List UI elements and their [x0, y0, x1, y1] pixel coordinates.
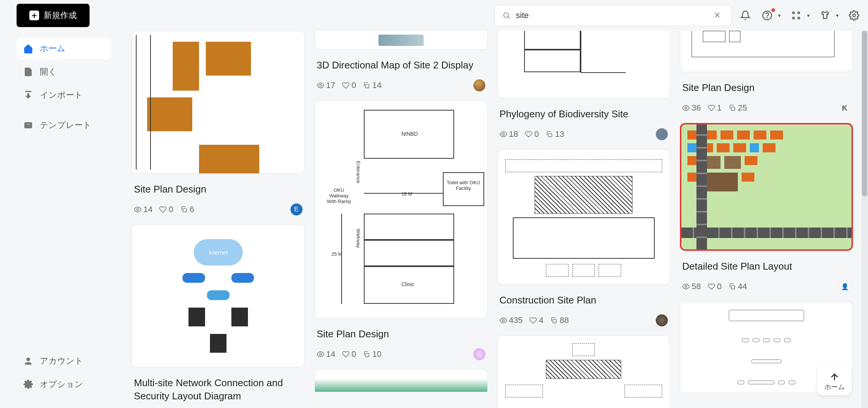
- search-input[interactable]: [511, 11, 711, 20]
- template-card-partial[interactable]: [497, 335, 670, 408]
- template-card-highlighted[interactable]: [680, 123, 853, 251]
- svg-rect-26: [731, 107, 734, 111]
- svg-point-6: [793, 17, 795, 19]
- template-card-partial[interactable]: [497, 31, 670, 99]
- copy-icon: [363, 350, 370, 358]
- svg-point-4: [793, 12, 795, 14]
- template-title: Phylogeny of Biodiversity Site: [497, 102, 670, 122]
- sidebar: ホーム 開く インポート テンプレート アカウント オプション: [0, 31, 128, 408]
- search-box[interactable]: ✕: [494, 5, 731, 26]
- author-avatar[interactable]: [473, 348, 485, 360]
- svg-rect-20: [366, 353, 369, 357]
- shirt-dropdown-caret[interactable]: ▾: [836, 12, 839, 18]
- eye-icon: [317, 82, 324, 89]
- sidebar-item-options[interactable]: オプション: [17, 373, 111, 395]
- author-avatar[interactable]: 👤: [839, 281, 851, 293]
- notifications-icon[interactable]: [739, 9, 752, 22]
- clear-search-button[interactable]: ✕: [711, 9, 724, 22]
- home-icon: [23, 44, 33, 53]
- template-card[interactable]: Internet: [132, 224, 305, 367]
- heart-icon: [708, 104, 715, 112]
- template-title: Site Plan Design: [315, 322, 488, 342]
- template-title: Site Plan Design: [680, 76, 853, 96]
- new-button-label: 新規作成: [44, 10, 77, 21]
- plus-icon: ＋: [29, 11, 39, 20]
- gear-icon: [23, 379, 33, 389]
- svg-point-17: [319, 85, 321, 86]
- search-icon: [502, 11, 511, 20]
- account-icon: [23, 356, 33, 366]
- template-title: Construction Site Plan: [497, 288, 670, 308]
- heart-icon: [342, 350, 350, 358]
- new-button[interactable]: ＋ 新規作成: [17, 4, 90, 27]
- svg-point-23: [502, 320, 504, 322]
- eye-icon: [317, 350, 324, 358]
- sidebar-item-label: オプション: [40, 379, 83, 390]
- template-card-partial[interactable]: [680, 31, 853, 72]
- svg-point-3: [767, 17, 767, 18]
- heart-icon: [159, 206, 167, 213]
- template-card-partial[interactable]: [315, 31, 488, 50]
- copy-icon: [728, 104, 736, 112]
- svg-point-21: [502, 133, 504, 135]
- sidebar-item-import[interactable]: インポート: [17, 84, 111, 106]
- copy-icon: [363, 82, 370, 89]
- heart-icon: [342, 82, 350, 89]
- sidebar-item-home[interactable]: ホーム: [17, 38, 111, 59]
- template-meta: 18 0 13: [497, 126, 670, 146]
- author-avatar[interactable]: [656, 128, 668, 140]
- copy-icon: [546, 130, 553, 138]
- svg-point-8: [853, 14, 856, 17]
- svg-point-25: [685, 107, 687, 109]
- template-meta: 58 0 44 👤: [680, 278, 853, 298]
- svg-point-5: [798, 12, 800, 14]
- template-meta: 36 1 25 K: [680, 100, 853, 119]
- author-avatar[interactable]: K: [839, 102, 851, 114]
- author-avatar[interactable]: [656, 314, 668, 326]
- shirt-icon[interactable]: [819, 9, 832, 22]
- svg-point-13: [137, 209, 139, 211]
- template-card-partial[interactable]: [315, 369, 488, 392]
- sidebar-item-label: インポート: [40, 89, 83, 101]
- home-fab[interactable]: ホーム: [818, 366, 851, 395]
- scrollbar-thumb[interactable]: [862, 31, 867, 196]
- sidebar-item-account[interactable]: アカウント: [17, 350, 111, 372]
- svg-point-27: [685, 286, 687, 288]
- eye-icon: [682, 283, 690, 290]
- svg-point-7: [798, 17, 800, 19]
- author-avatar[interactable]: [473, 79, 485, 91]
- template-meta: 14 0 6 E: [132, 201, 305, 221]
- copy-icon: [550, 317, 558, 324]
- apps-icon[interactable]: [790, 9, 803, 22]
- help-dropdown-caret[interactable]: ▾: [778, 12, 781, 18]
- file-icon: [23, 67, 33, 77]
- help-icon[interactable]: [761, 9, 774, 22]
- template-grid: Site Plan Design 14 0 6 E Internet Multi…: [128, 31, 868, 408]
- eye-icon: [134, 206, 141, 213]
- eye-icon: [500, 317, 507, 324]
- apps-dropdown-caret[interactable]: ▾: [807, 12, 810, 18]
- template-card[interactable]: [497, 149, 670, 285]
- import-icon: [23, 90, 33, 100]
- heart-icon: [525, 130, 532, 138]
- eye-icon: [500, 130, 507, 138]
- sidebar-item-templates[interactable]: テンプレート: [17, 114, 111, 136]
- template-title: 3D Directional Map of Site 2 Display: [315, 53, 488, 73]
- sidebar-item-label: アカウント: [40, 355, 83, 367]
- template-title: Detailed Site Plan Layout: [680, 255, 853, 275]
- template-card[interactable]: [132, 31, 305, 174]
- scrollbar[interactable]: [861, 31, 868, 408]
- svg-point-19: [319, 353, 321, 355]
- template-meta: 17 0 14: [315, 77, 488, 97]
- sidebar-item-label: ホーム: [40, 43, 65, 54]
- author-avatar[interactable]: E: [290, 203, 303, 215]
- copy-icon: [728, 283, 736, 290]
- settings-icon[interactable]: [848, 9, 860, 22]
- sidebar-item-open[interactable]: 開く: [17, 61, 111, 83]
- fab-label: ホーム: [824, 382, 845, 391]
- cloud-shape: Internet: [194, 239, 243, 265]
- svg-rect-14: [183, 209, 186, 212]
- heart-icon: [529, 317, 537, 324]
- template-card[interactable]: NINBD Toilet with OKU Facility Enterance…: [315, 100, 488, 319]
- svg-point-0: [504, 13, 509, 18]
